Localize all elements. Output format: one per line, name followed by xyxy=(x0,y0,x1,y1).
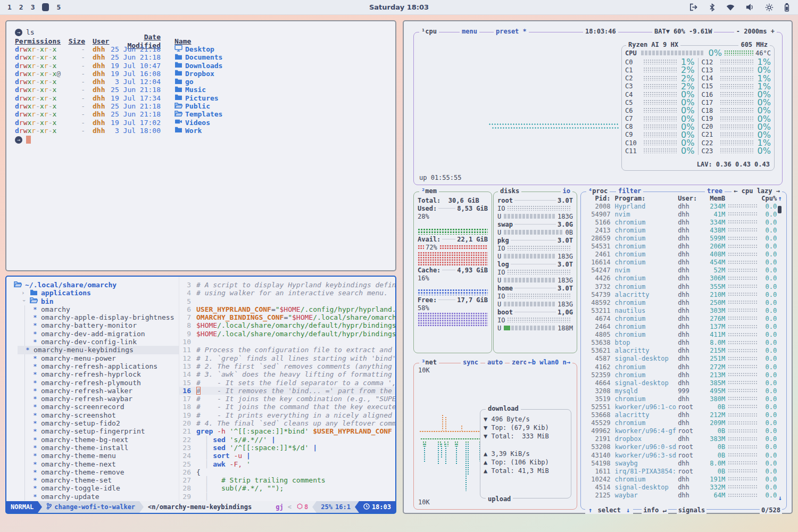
net-interface[interactable]: ←b wlan0 n→ xyxy=(526,359,572,366)
process-row[interactable]: 4426chromiumdhh306M0.0 xyxy=(581,275,786,282)
proc-scrollbar-thumb[interactable] xyxy=(778,206,782,213)
menu-button[interactable]: menu xyxy=(460,28,479,35)
tree-file-omarchy-dev-add-migration[interactable]: *omarchy-dev-add-migration xyxy=(25,330,179,338)
process-row[interactable]: 2413chromiumdhh438M0.0 xyxy=(581,226,786,234)
filter-button[interactable]: filter xyxy=(616,187,643,195)
workspace-2[interactable]: 2 xyxy=(19,3,23,11)
tree-file-omarchy-refresh-plymouth[interactable]: *omarchy-refresh-plymouth xyxy=(25,379,179,387)
workspace-active[interactable] xyxy=(42,3,49,11)
process-row[interactable]: 54907nvimdhh41M0.0 xyxy=(581,210,786,218)
process-row[interactable]: 4514signal-desktopdhh332M0.0 xyxy=(581,483,786,491)
process-row[interactable]: 53638btopdhh8.0M0.0 xyxy=(581,339,786,347)
process-row[interactable]: 3732chromiumdhh355M0.0 xyxy=(581,282,786,290)
process-row[interactable]: 2461chromiumdhh408M0.0 xyxy=(581,251,786,259)
proc-box-title[interactable]: ⁴proc xyxy=(586,187,610,195)
code-line[interactable]: 16# - It removes the 'bind... =' part fr… xyxy=(179,387,395,395)
code-line[interactable]: 29 │ xyxy=(179,493,395,501)
editor-window[interactable]: ~/.local/share/omarchy›applications›bin*… xyxy=(5,276,396,514)
code-line[interactable]: 8$HOME/.local/share/omarchy/default/hypr… xyxy=(179,321,395,329)
code-line[interactable]: 7OMARCHY_BINDINGS_CONF="$HOME/.local/sha… xyxy=(179,313,395,321)
info-hint[interactable]: info ↵ xyxy=(642,506,668,514)
code-line[interactable]: 3# A script to display Hyprland keybindi… xyxy=(179,281,395,289)
tree-file-omarchy-theme-next[interactable]: *omarchy-theme-next xyxy=(25,460,179,468)
process-row[interactable]: 16614chromiumdhh454M0.0 xyxy=(581,259,786,267)
process-row[interactable]: 4587signal-desktopdhh251M0.0 xyxy=(581,355,786,363)
workspace-3[interactable]: 3 xyxy=(31,3,35,11)
code-line[interactable]: 5 xyxy=(179,297,395,305)
process-row[interactable]: 4162chromiumdhh272M0.0 xyxy=(581,363,786,371)
tree-file-omarchy-screenshot[interactable]: *omarchy-screenshot xyxy=(25,411,179,419)
process-row[interactable]: 54531chromiumdhh206M0.0 xyxy=(581,243,786,251)
tree-toggle[interactable]: tree xyxy=(705,187,725,195)
tree-file-omarchy-setup-fido2[interactable]: *omarchy-setup-fido2 xyxy=(25,419,179,427)
process-row[interactable]: 54198swaybgdhh8.0M0.0 xyxy=(581,459,786,467)
scroll-down-indicator[interactable]: ↓ xyxy=(778,494,782,502)
code-line[interactable]: 14# 3. `awk` does the heavy lifting of f… xyxy=(179,370,395,378)
code-line[interactable]: 6USER_HYPRLAND_CONF="$HOME/.config/hypr/… xyxy=(179,305,395,313)
tree-file-omarchy-dev-config-link[interactable]: *omarchy-dev-config-link xyxy=(25,338,179,346)
process-row[interactable]: 53208kworker/u96:0-sdroot0B0.0 xyxy=(581,443,786,451)
process-row[interactable]: 28659chromiumdhh599M0.0 xyxy=(581,234,786,242)
process-row[interactable]: 2464chromiumdhh137M0.0 xyxy=(581,323,786,331)
disks-title[interactable]: disks xyxy=(498,187,521,195)
tree-file-omarchy-refresh-walker[interactable]: *omarchy-refresh-walker xyxy=(25,387,179,395)
process-row[interactable]: 4664signal-desktopdhh385M0.0 xyxy=(581,379,786,387)
tree-file-omarchy-menu-keybindings[interactable]: *omarchy-menu-keybindings xyxy=(18,346,179,354)
tree-file-omarchy[interactable]: *omarchy xyxy=(25,305,179,313)
tree-file-omarchy-theme-remove[interactable]: *omarchy-theme-remove xyxy=(25,468,179,476)
tree-file-omarchy-menu-power[interactable]: *omarchy-menu-power xyxy=(25,354,179,362)
tree-file-omarchy-update[interactable]: *omarchy-update xyxy=(25,493,179,501)
workspace-1[interactable]: 1 xyxy=(7,3,12,11)
net-sync-button[interactable]: sync xyxy=(461,359,480,366)
tree-file-omarchy-theme-menu[interactable]: *omarchy-theme-menu xyxy=(25,452,179,460)
process-row[interactable]: 54247nvimdhh52M0.0 xyxy=(581,267,786,275)
code-line[interactable]: 12# 1. `grep` finds all lines starting w… xyxy=(179,354,395,362)
net-auto-button[interactable]: auto xyxy=(485,359,505,366)
code-line[interactable]: 10 xyxy=(179,338,395,346)
process-row[interactable]: 48592chromiumdhh250M0.0 xyxy=(581,298,786,306)
code-line[interactable]: 27 │ # Strip trailing comments xyxy=(179,476,395,484)
process-row[interactable]: 5166chromiumdhh334M0.0 xyxy=(581,218,786,226)
tree-file-omarchy-setup-fingerprint[interactable]: *omarchy-setup-fingerprint xyxy=(25,427,179,435)
process-row[interactable]: 2191dropboxdhh383M0.0 xyxy=(581,435,786,443)
code-line[interactable]: 23 │ sed '/^[[:space:]]*$/d' | xyxy=(179,444,395,452)
preset-button[interactable]: preset * xyxy=(494,28,529,35)
workspace-5[interactable]: 5 xyxy=(56,3,61,11)
code-line[interactable]: 21grep -h '^[[:space:]]*bind' $USER_HYPR… xyxy=(179,427,395,435)
tree-file-omarchy-toggle-idle[interactable]: *omarchy-toggle-idle xyxy=(25,484,179,492)
tree-file-omarchy-refresh-hyprlock[interactable]: *omarchy-refresh-hyprlock xyxy=(25,370,179,378)
code-line[interactable]: 4# using walker for an interactive searc… xyxy=(179,289,395,297)
tree-file-omarchy-battery-monitor[interactable]: *omarchy-battery-monitor xyxy=(25,321,179,329)
code-line[interactable]: 24 │ sort -u | xyxy=(179,452,395,460)
code-line[interactable]: 11# Process the configuration file to ex… xyxy=(179,346,395,354)
process-row[interactable]: 52359chromiumdhh213M0.0 xyxy=(581,371,786,379)
process-row[interactable]: 2125waybardhh64M0.0 xyxy=(581,491,786,499)
mem-box-title[interactable]: ²mem xyxy=(419,187,439,195)
code-line[interactable]: 13# 2. The first `sed` removes comments … xyxy=(179,362,395,370)
io-mode-button[interactable]: io xyxy=(561,187,572,195)
code-line[interactable]: 19# - It prints everything in a nicely a… xyxy=(179,411,395,419)
tree-file-omarchy-theme-set[interactable]: *omarchy-theme-set xyxy=(25,476,179,484)
code-line[interactable]: 17# - It joins the key combination (e.g.… xyxy=(179,395,395,403)
system-monitor-window[interactable]: ¹cpu menu preset * 18:03:46 BAT▼ 60% -9.… xyxy=(403,20,793,514)
terminal-window[interactable]: →lsPermissionsSizeUserDate ModifiedNamed… xyxy=(5,20,396,271)
tree-file-omarchy-refresh-waybar[interactable]: *omarchy-refresh-waybar xyxy=(25,395,179,403)
code-pane[interactable]: 3# A script to display Hyprland keybindi… xyxy=(179,277,395,501)
battery-icon[interactable] xyxy=(784,3,789,12)
cpu-box-title[interactable]: ¹cpu xyxy=(419,28,439,35)
process-row[interactable]: 3519chromiumdhh380M0.0 xyxy=(581,395,786,403)
process-row[interactable]: 54739alacrittydhh210M0.0 xyxy=(581,290,786,298)
tree-root[interactable]: ~/.local/share/omarchy xyxy=(14,281,179,289)
tree-file-omarchy-theme-install[interactable]: *omarchy-theme-install xyxy=(25,444,179,452)
code-line[interactable]: 22 │ sed 's/#.*//' | xyxy=(179,436,395,444)
tree-file-omarchy-screenrecord[interactable]: *omarchy-screenrecord xyxy=(25,403,179,411)
volume-icon[interactable] xyxy=(746,3,754,11)
proc-sort-mode[interactable]: ← cpu lazy → xyxy=(732,187,782,195)
process-row[interactable]: 43140kworker/u96:3-sdroot0B0.0 xyxy=(581,451,786,459)
process-row[interactable]: 3208mysqld999495M0.0 xyxy=(581,387,786,395)
code-line[interactable]: 20# 4. The final `sed` cleans up any lef… xyxy=(179,419,395,427)
net-box-title[interactable]: ³net xyxy=(419,359,439,366)
process-row[interactable]: 53621alacrittydhh215M0.0 xyxy=(581,347,786,355)
process-row[interactable]: 4805chromiumdhh411M0.0 xyxy=(581,331,786,339)
code-line[interactable]: 18# - It joins the command that the key … xyxy=(179,403,395,411)
